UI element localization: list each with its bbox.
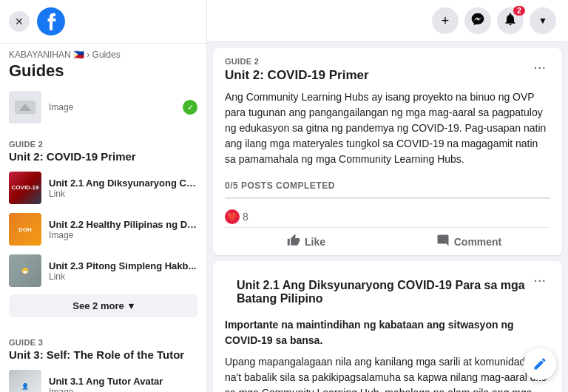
post1-progress: 0/5 POSTS COMPLETED (213, 175, 562, 197)
like-button[interactable]: Like (225, 228, 388, 255)
item-thumbnail-2-2: DOH (9, 213, 41, 246)
messenger-button[interactable] (464, 7, 491, 34)
post1-guide-label: GUIDE 2 (225, 57, 369, 66)
post-card-2: Unit 2.1 Ang Diksyunaryong COVID-19 Para… (213, 261, 562, 392)
comment-icon (436, 234, 450, 249)
item-type-2-2: Image (49, 230, 197, 240)
comment-label: Comment (454, 236, 502, 248)
messenger-icon (470, 12, 485, 30)
post1-header: GUIDE 2 Unit 2: COVID-19 Primer ··· (213, 48, 562, 89)
item-info-2-3: Unit 2.3 Pitong Simpleng Hakb... Link (49, 260, 197, 282)
comment-button[interactable]: Comment (388, 228, 550, 255)
item-name-2-3: Unit 2.3 Pitong Simpleng Hakb... (49, 260, 197, 271)
post1-header-text: GUIDE 2 Unit 2: COVID-19 Primer (225, 57, 369, 84)
post2-header: Unit 2.1 Ang Diksyunaryong COVID-19 Para… (213, 261, 562, 317)
item-thumbnail-2-1: COVID-19 (9, 172, 41, 204)
item-type-2-3: Link (49, 271, 197, 282)
item-info-2-1: Unit 2.1 Ang Diksyunaryong CO... Link (49, 178, 197, 199)
right-header: + 2 ▼ (207, 0, 568, 42)
post1-body: Ang Community Learning Hubs ay isang pro… (213, 89, 562, 175)
item-thumbnail (9, 91, 41, 124)
guide-item-3-1[interactable]: 👤 Unit 3.1 Ang Tutor Avatar Image (0, 365, 206, 392)
item-name-3-1: Unit 3.1 Ang Tutor Avatar (49, 376, 197, 387)
facebook-logo (37, 7, 65, 36)
guide2-title[interactable]: Unit 2: COVID-19 Primer (0, 150, 206, 167)
guide2-label: GUIDE 2 (0, 140, 206, 150)
guide-item-top-image[interactable]: Image ✓ (0, 87, 206, 128)
item-info-2-2: Unit 2.2 Healthy Pilipinas ng DOH Image (49, 219, 197, 240)
item-type-3-1: Image (49, 387, 197, 393)
chevron-down-icon: ▼ (538, 16, 547, 26)
mountain-icon (19, 104, 31, 111)
notification-badge: 2 (513, 6, 525, 16)
post1-title: Unit 2: COVID-19 Primer (225, 67, 369, 84)
progress-bar-wrap (225, 197, 550, 199)
see-more-button[interactable]: See 2 more ▾ (9, 294, 197, 317)
post2-options-button[interactable]: ··· (529, 270, 550, 290)
post1-options-button[interactable]: ··· (529, 57, 550, 77)
item-thumbnail-3-1: 👤 (9, 370, 41, 392)
item-info-3-1: Unit 3.1 Ang Tutor Avatar Image (49, 376, 197, 393)
breadcrumb: KABAYANIHAN 🇵🇭 › Guides (0, 44, 206, 60)
breadcrumb-separator: › (87, 50, 92, 60)
breadcrumb-section[interactable]: Guides (92, 50, 121, 60)
compose-button[interactable] (524, 348, 556, 380)
post2-bold-text: Importante na maintindihan ng kabataan a… (213, 317, 562, 354)
right-panel: + 2 ▼ (207, 0, 568, 392)
left-panel: ✕ KABAYANIHAN 🇵🇭 › Guides Guides Image ✓ (0, 0, 207, 392)
thumbs-up-icon (287, 234, 300, 249)
guide3-label: GUIDE 3 (0, 338, 206, 348)
plus-icon: + (442, 13, 450, 29)
close-button[interactable]: ✕ (9, 11, 30, 32)
header-actions: + 2 ▼ (432, 7, 556, 34)
close-icon: ✕ (15, 16, 24, 27)
chevron-button[interactable]: ▼ (530, 7, 556, 34)
chevron-down-icon: ▾ (129, 300, 134, 311)
notifications-button[interactable]: 2 (497, 7, 524, 34)
guide3-title[interactable]: Unit 3: Self: The Role of the Tutor (0, 348, 206, 365)
post1-reactions: ❤️ 8 (213, 206, 562, 227)
image-rect (15, 101, 36, 114)
post-card-1: GUIDE 2 Unit 2: COVID-19 Primer ··· Ang … (213, 48, 562, 255)
item-info: Image (49, 102, 175, 112)
item-name-2-1: Unit 2.1 Ang Diksyunaryong CO... (49, 178, 197, 189)
item-type: Image (49, 102, 175, 112)
see-more-label: See 2 more (72, 300, 124, 311)
heart-reaction-icon: ❤️ (225, 209, 240, 224)
guide-item-2-2[interactable]: DOH Unit 2.2 Healthy Pilipinas ng DOH Im… (0, 209, 206, 250)
guide-item-2-3[interactable]: 😷 Unit 2.3 Pitong Simpleng Hakb... Link (0, 250, 206, 291)
item-check-icon: ✓ (183, 100, 197, 115)
post1-actions: Like Comment (225, 227, 550, 255)
page-title: Guides (0, 60, 206, 87)
top-bar: ✕ (0, 0, 206, 44)
post2-body1: Upang mapangalagaan nila ang kanilang mg… (213, 354, 562, 392)
guide2-section: GUIDE 2 Unit 2: COVID-19 Primer COVID-19… (0, 134, 206, 326)
add-button[interactable]: + (432, 7, 459, 34)
like-label: Like (305, 236, 325, 248)
item-type-2-1: Link (49, 189, 197, 199)
guide3-section: GUIDE 3 Unit 3: Self: The Role of the Tu… (0, 332, 206, 392)
post2-title: Unit 2.1 Ang Diksyunaryong COVID-19 Para… (225, 270, 529, 311)
item-name-2-2: Unit 2.2 Healthy Pilipinas ng DOH (49, 219, 197, 230)
item-thumbnail-2-3: 😷 (9, 254, 41, 287)
guide-item-2-1[interactable]: COVID-19 Unit 2.1 Ang Diksyunaryong CO..… (0, 167, 206, 209)
breadcrumb-group[interactable]: KABAYANIHAN 🇵🇭 (9, 50, 84, 60)
reaction-count: 8 (243, 211, 248, 223)
